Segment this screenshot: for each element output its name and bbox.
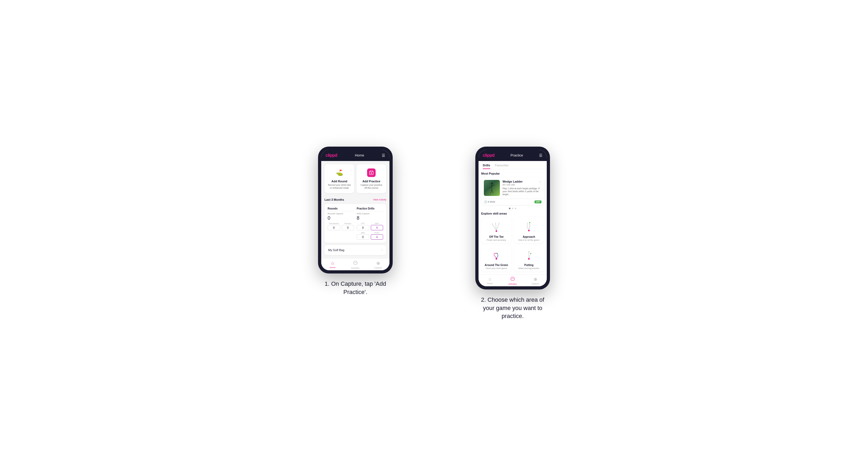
home-content: ⛳ Add Round Record your shots fast or en… <box>321 161 390 258</box>
featured-card[interactable]: Wedge Ladder 50–100 yds ☆ Play 1 shot at… <box>481 177 544 205</box>
phone2-screen: clippd Practice ☰ Drills Favourites Most… <box>478 150 547 286</box>
phone1-frame: clippd Home ☰ ⛳ Add Round Reco <box>318 147 393 274</box>
svg-line-28 <box>529 254 531 258</box>
skill-desc-ott: Power and accuracy <box>487 239 506 241</box>
putt-label: PUTT <box>371 232 383 234</box>
most-popular-label: Most Popular <box>481 172 544 175</box>
activities-svg <box>353 261 358 265</box>
skill-card-atg[interactable]: Around The Green Hone your short game <box>481 246 512 272</box>
ott-value: 0 <box>357 225 369 230</box>
capture-label-2: Capture <box>532 283 539 285</box>
menu-icon-2[interactable]: ☰ <box>539 153 542 158</box>
skill-card-approach[interactable]: Approach Dial-in to hit the green <box>514 217 544 243</box>
flag-icon: ⛳ <box>336 169 343 176</box>
skill-visual-approach <box>522 220 535 234</box>
approach-diagram-svg <box>522 220 535 234</box>
clippd-logo-2: clippd <box>483 153 495 158</box>
capture-icon-2: ⊕ <box>534 277 537 282</box>
nav-capture-2[interactable]: ⊕ Capture <box>524 277 547 285</box>
skill-desc-atg: Hone your short game <box>486 267 507 270</box>
svg-point-6 <box>491 182 493 184</box>
putting-diagram-svg <box>522 249 535 262</box>
capture-label: Capture <box>374 267 382 269</box>
featured-yds: 50–100 yds <box>502 183 523 186</box>
ott-diagram-svg <box>490 220 503 234</box>
arg-label: ARG <box>357 232 369 234</box>
rounds-col: Rounds Rounds Capture 0 Tournament 0 <box>328 207 354 240</box>
add-practice-card[interactable]: Add Practice Capture your practice off-t… <box>356 164 386 193</box>
nav-capture[interactable]: ⊕ Capture <box>367 261 390 269</box>
app-label: APP <box>371 223 383 224</box>
practice-scroll: Most Popular <box>478 169 547 274</box>
tab-favourites[interactable]: Favourites <box>495 161 513 169</box>
add-round-card[interactable]: ⛳ Add Round Record your shots fast or en… <box>324 164 354 193</box>
clock-icon: 🕐 <box>484 200 487 204</box>
skill-card-off-the-tee[interactable]: Off The Tee Power and accuracy <box>481 217 512 243</box>
drills-sub-stats-2: ARG 0 PUTT 4 <box>357 232 383 240</box>
practice-header-title: Practice <box>510 153 523 157</box>
add-practice-title: Add Practice <box>362 180 380 183</box>
putt-value: 4 <box>371 234 383 240</box>
add-round-icon: ⛳ <box>335 168 344 178</box>
skill-grid: Off The Tee Power and accuracy <box>481 217 544 272</box>
home-label: Home <box>330 266 335 269</box>
phone2-bottom-nav: ⌂ Home Activities ⊕ <box>478 274 547 286</box>
action-cards: ⛳ Add Round Record your shots fast or en… <box>324 164 386 193</box>
capture-icon: ⊕ <box>376 261 380 266</box>
drills-title: Practice Drills <box>357 207 383 211</box>
svg-line-15 <box>496 224 499 230</box>
putt-stat: PUTT 4 <box>371 232 383 240</box>
stats-section-header: Last 3 Months View Activity <box>324 196 386 204</box>
view-activity-link[interactable]: View Activity <box>373 198 386 201</box>
phone1-bottom-nav: ⌂ Home Activities ⊕ <box>321 258 390 270</box>
tab-drills[interactable]: Drills <box>483 161 494 169</box>
svg-point-25 <box>528 258 530 260</box>
featured-footer: 🕐 9 shots APP <box>481 198 544 205</box>
featured-card-inner: Wedge Ladder 50–100 yds ☆ Play 1 shot at… <box>481 177 544 198</box>
activities-icon <box>353 261 358 266</box>
nav-home[interactable]: ⌂ Home <box>321 261 344 269</box>
rounds-capture-label: Rounds Capture <box>328 213 354 215</box>
activities-active-svg <box>510 277 515 281</box>
nav-activities[interactable]: Activities <box>344 261 367 269</box>
dot-3 <box>515 208 516 209</box>
atg-diagram-svg <box>490 249 503 262</box>
golf-bag-row[interactable]: My Golf Bag › <box>324 245 386 255</box>
menu-icon[interactable]: ☰ <box>382 153 385 158</box>
period-label: Last 3 Months <box>324 198 344 201</box>
add-practice-desc: Capture your practice off-the-course <box>359 184 383 189</box>
dot-2 <box>512 208 514 209</box>
drills-capture-value: 8 <box>357 215 383 221</box>
add-round-desc: Record your shots fast or enhanced mode <box>327 184 352 189</box>
activities-label: Activities <box>351 267 360 269</box>
phone1-header: clippd Home ☰ <box>321 150 390 161</box>
app-stat: APP 4 <box>371 223 383 230</box>
phone2-section: clippd Practice ☰ Drills Favourites Most… <box>445 147 581 321</box>
tournament-value: 0 <box>328 225 340 230</box>
skill-desc-putting: Make and lag practice <box>519 267 539 270</box>
svg-line-10 <box>491 190 492 193</box>
nav-home-2[interactable]: ⌂ Home <box>478 277 501 285</box>
skill-visual-atg <box>490 249 503 262</box>
featured-desc: Play 1 shot at each target yardage. If y… <box>502 187 541 196</box>
chevron-right-icon: › <box>381 248 382 252</box>
rounds-title: Rounds <box>328 207 354 211</box>
svg-line-8 <box>489 186 492 189</box>
svg-line-9 <box>492 185 495 186</box>
add-practice-icon-wrapper <box>367 168 376 178</box>
tournament-stat: Tournament 0 <box>328 223 340 230</box>
ott-stat: OTT 0 <box>357 223 369 230</box>
svg-point-18 <box>498 223 500 224</box>
rounds-sub-stats: Tournament 0 Practice 0 <box>328 223 354 230</box>
rounds-capture-value: 0 <box>328 215 354 221</box>
app-badge: APP <box>534 200 541 204</box>
skill-visual-putting <box>522 249 535 262</box>
svg-point-21 <box>529 222 530 223</box>
skill-card-putting[interactable]: Putting Make and lag practice <box>514 246 544 272</box>
ott-label: OTT <box>357 223 369 224</box>
arg-value: 0 <box>357 234 369 240</box>
nav-activities-2[interactable]: Activities <box>501 277 524 285</box>
skill-visual-ott <box>490 220 503 234</box>
phone1-section: clippd Home ☰ ⛳ Add Round Reco <box>287 147 423 297</box>
star-icon[interactable]: ☆ <box>538 180 541 184</box>
